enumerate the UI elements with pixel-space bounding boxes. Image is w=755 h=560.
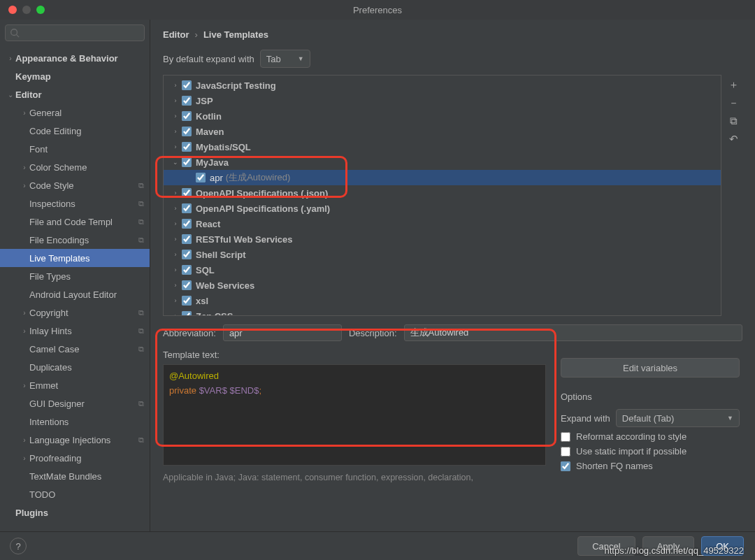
remove-button[interactable]: －	[726, 96, 740, 110]
maximize-icon[interactable]	[36, 6, 45, 14]
shorten-fq-checkbox[interactable]	[561, 461, 570, 471]
sidebar-item-editor[interactable]: ⌄Editor	[0, 85, 150, 103]
expand-with-combo[interactable]: Tab ▼	[260, 50, 310, 68]
edit-variables-button[interactable]: Edit variables	[561, 358, 740, 378]
template-openapi-specifications-json-[interactable]: ›OpenAPI Specifications (.json)	[164, 185, 721, 201]
help-button[interactable]: ?	[10, 538, 27, 554]
reformat-checkbox[interactable]	[561, 432, 570, 442]
sidebar-item-code-style[interactable]: ›Code Style⧉	[0, 176, 150, 194]
sidebar-item-intentions[interactable]: Intentions	[0, 412, 150, 431]
expand-with-label: Expand with	[561, 413, 610, 424]
sidebar-item-copyright[interactable]: ›Copyright⧉	[0, 303, 150, 322]
template-jsp[interactable]: ›JSP	[164, 93, 721, 108]
sidebar-item-android-layout-editor[interactable]: Android Layout Editor	[0, 285, 150, 303]
description-label: Description:	[349, 328, 397, 338]
search-input[interactable]	[5, 24, 145, 41]
template-list[interactable]: ›JavaScript Testing›JSP›Kotlin›Maven›Myb…	[163, 75, 721, 316]
sidebar-item-keymap[interactable]: Keymap	[0, 67, 150, 85]
options-header: Options	[561, 392, 740, 402]
sidebar-item-duplicates[interactable]: Duplicates	[0, 358, 150, 376]
abbreviation-input[interactable]	[223, 324, 342, 341]
content-area: Editor › Live Templates By default expan…	[150, 20, 755, 531]
template-openapi-specifications-yaml-[interactable]: ›OpenAPI Specifications (.yaml)	[164, 201, 721, 216]
template-web-services[interactable]: ›Web Services	[164, 278, 721, 293]
window-title: Preferences	[353, 5, 402, 15]
search-icon	[10, 28, 20, 38]
template-kotlin[interactable]: ›Kotlin	[164, 108, 721, 124]
add-button[interactable]: ＋	[726, 78, 740, 92]
static-import-checkbox[interactable]	[561, 447, 570, 457]
sidebar-item-file-and-code-templ[interactable]: File and Code Templ⧉	[0, 213, 150, 231]
sidebar-item-code-editing[interactable]: Code Editing	[0, 122, 150, 140]
sidebar-item-color-scheme[interactable]: ›Color Scheme	[0, 158, 150, 176]
sidebar-item-language-injections[interactable]: ›Language Injections⧉	[0, 431, 150, 449]
titlebar: Preferences	[0, 0, 755, 20]
sidebar-item-inlay-hints[interactable]: ›Inlay Hints⧉	[0, 322, 150, 340]
template-sql[interactable]: ›SQL	[164, 262, 721, 278]
copy-button[interactable]: ⧉	[726, 114, 740, 128]
sidebar-item-todo[interactable]: TODO	[0, 485, 150, 503]
template-shell-script[interactable]: ›Shell Script	[164, 247, 721, 262]
minimize-icon[interactable]	[22, 6, 31, 14]
template-zen-css[interactable]: ›Zen CSS	[164, 308, 721, 316]
breadcrumb-current: Live Templates	[203, 29, 268, 40]
template-javascript-testing[interactable]: ›JavaScript Testing	[164, 78, 721, 93]
template-maven[interactable]: ›Maven	[164, 124, 721, 139]
template-myjava[interactable]: ⌄MyJava	[164, 155, 721, 170]
description-input[interactable]	[404, 324, 742, 341]
template-mybatis-sql[interactable]: ›Mybatis/SQL	[164, 139, 721, 155]
svg-point-0	[11, 29, 17, 36]
expand-with-option-combo[interactable]: Default (Tab) ▼	[616, 409, 740, 427]
breadcrumb: Editor › Live Templates	[163, 29, 742, 40]
settings-sidebar: ›Appearance & BehaviorKeymap⌄Editor›Gene…	[0, 20, 150, 531]
sidebar-item-file-types[interactable]: File Types	[0, 267, 150, 285]
sidebar-item-gui-designer[interactable]: GUI Designer⧉	[0, 394, 150, 412]
sidebar-item-plugins[interactable]: Plugins	[0, 503, 150, 522]
chevron-down-icon: ▼	[727, 415, 733, 422]
chevron-down-icon: ▼	[298, 55, 304, 62]
template-react[interactable]: ›React	[164, 216, 721, 231]
sidebar-item-textmate-bundles[interactable]: TextMate Bundles	[0, 467, 150, 485]
sidebar-item-font[interactable]: Font	[0, 140, 150, 158]
sidebar-item-appearance-behavior[interactable]: ›Appearance & Behavior	[0, 49, 150, 67]
sidebar-item-proofreading[interactable]: ›Proofreading	[0, 449, 150, 467]
revert-button[interactable]: ↶	[726, 132, 740, 146]
window-controls	[0, 6, 45, 14]
abbreviation-label: Abbreviation:	[163, 328, 216, 338]
chevron-right-icon: ›	[195, 29, 198, 40]
svg-line-1	[17, 35, 20, 38]
sidebar-item-emmet[interactable]: ›Emmet	[0, 376, 150, 394]
close-icon[interactable]	[8, 6, 17, 14]
template-text-editor[interactable]: @Autowired private $VAR$ $END$;	[163, 364, 546, 466]
sidebar-item-general[interactable]: ›General	[0, 103, 150, 122]
template-restful-web-services[interactable]: ›RESTful Web Services	[164, 231, 721, 247]
template-xsl[interactable]: ›xsl	[164, 293, 721, 308]
watermark: https://blog.csdn.net/qq_49529322	[605, 545, 745, 556]
breadcrumb-root[interactable]: Editor	[163, 29, 189, 40]
settings-tree: ›Appearance & BehaviorKeymap⌄Editor›Gene…	[0, 46, 150, 531]
sidebar-item-inspections[interactable]: Inspections⧉	[0, 194, 150, 213]
expand-label: By default expand with	[163, 54, 254, 64]
sidebar-item-live-templates[interactable]: Live Templates	[0, 249, 150, 267]
sidebar-item-camel-case[interactable]: Camel Case⧉	[0, 340, 150, 358]
sidebar-item-file-encodings[interactable]: File Encodings⧉	[0, 231, 150, 249]
template-apr[interactable]: apr(生成Autowired)	[164, 170, 721, 185]
